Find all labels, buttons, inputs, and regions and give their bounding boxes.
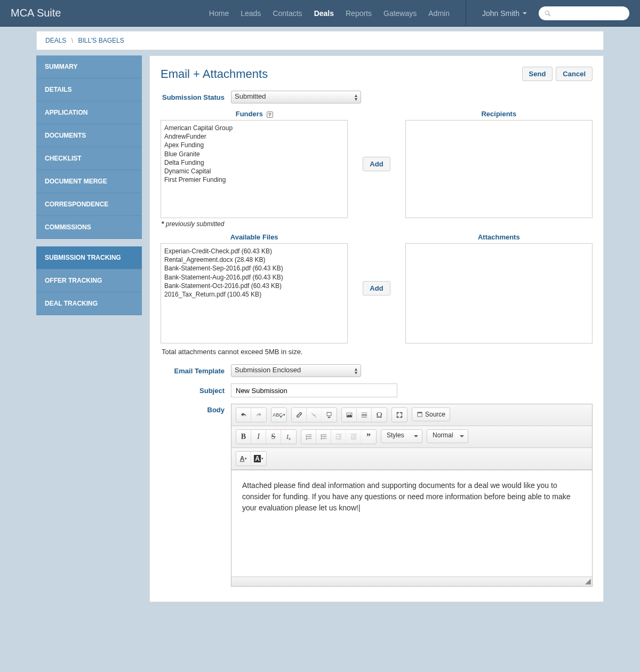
sidebar-item-correspondence[interactable]: CORRESPONDENCE bbox=[36, 193, 142, 216]
breadcrumb: DEALS \ BILL'S BAGELS bbox=[36, 31, 604, 50]
nav-contacts[interactable]: Contacts bbox=[273, 9, 302, 18]
special-char-icon[interactable]: Ω bbox=[372, 408, 387, 422]
list-item[interactable]: 2016_Tax_Return.pdf (100.45 KB) bbox=[164, 290, 344, 299]
list-item[interactable]: Bank-Statement-Sep-2016.pdf (60.43 KB) bbox=[164, 264, 344, 273]
format-select[interactable]: Normal bbox=[427, 429, 468, 443]
sidebar-item-deal-tracking[interactable]: DEAL TRACKING bbox=[36, 292, 142, 315]
main-panel: Email + Attachments Send Cancel Submissi… bbox=[149, 55, 604, 602]
funders-label: Funders ? bbox=[161, 110, 348, 118]
bold-icon[interactable]: B bbox=[236, 430, 251, 444]
help-icon[interactable]: ? bbox=[267, 111, 273, 118]
status-select[interactable]: Submitted ▴▾ bbox=[231, 91, 361, 103]
undo-icon[interactable] bbox=[236, 408, 251, 422]
image-icon[interactable] bbox=[342, 408, 357, 422]
list-item[interactable]: Bank-Statement-Oct-2016.pdf (60.43 KB) bbox=[164, 282, 344, 290]
search-input[interactable] bbox=[555, 10, 619, 17]
spellcheck-icon[interactable]: ABC✔▾ bbox=[271, 408, 286, 422]
add-funder-button[interactable]: Add bbox=[363, 157, 390, 171]
nav-admin[interactable]: Admin bbox=[428, 9, 450, 18]
subject-label: Subject bbox=[161, 387, 225, 395]
sidebar: SUMMARY DETAILS APPLICATION DOCUMENTS CH… bbox=[36, 55, 142, 602]
indent-icon[interactable] bbox=[346, 430, 361, 444]
redo-icon[interactable] bbox=[251, 408, 266, 422]
bullet-list-icon[interactable] bbox=[316, 430, 331, 444]
styles-select[interactable]: Styles bbox=[381, 429, 422, 443]
top-nav: Home Leads Contacts Deals Reports Gatewa… bbox=[209, 0, 629, 27]
hr-icon[interactable] bbox=[357, 408, 372, 422]
nav-home[interactable]: Home bbox=[209, 9, 229, 18]
sidebar-item-documents[interactable]: DOCUMENTS bbox=[36, 124, 142, 147]
top-bar: MCA Suite Home Leads Contacts Deals Repo… bbox=[0, 0, 640, 27]
sidebar-item-submission-tracking[interactable]: SUBMISSION TRACKING bbox=[36, 246, 142, 269]
template-value: Submission Enclosed bbox=[235, 366, 301, 374]
breadcrumb-deals[interactable]: DEALS bbox=[45, 37, 66, 44]
files-listbox[interactable]: Experian-Credit-Check.pdf (60.43 KB) Ren… bbox=[161, 243, 348, 343]
brand: MCA Suite bbox=[11, 7, 61, 19]
link-icon[interactable] bbox=[292, 408, 307, 422]
breadcrumb-current[interactable]: BILL'S BAGELS bbox=[78, 37, 124, 44]
list-item[interactable]: Experian-Credit-Check.pdf (60.43 KB) bbox=[164, 247, 344, 255]
breadcrumb-separator: \ bbox=[71, 37, 73, 44]
search-box[interactable] bbox=[539, 6, 629, 20]
nav-deals[interactable]: Deals bbox=[314, 9, 334, 18]
funders-listbox[interactable]: American Capital Group AndrewFunder Apex… bbox=[161, 120, 348, 218]
body-label: Body bbox=[161, 404, 225, 587]
nav-leads[interactable]: Leads bbox=[241, 9, 261, 18]
list-item[interactable]: American Capital Group bbox=[164, 124, 344, 132]
sidebar-item-document-merge[interactable]: DOCUMENT MERGE bbox=[36, 170, 142, 193]
sidebar-item-offer-tracking[interactable]: OFFER TRACKING bbox=[36, 269, 142, 292]
italic-icon[interactable]: I bbox=[251, 430, 266, 444]
sidebar-item-checklist[interactable]: CHECKLIST bbox=[36, 147, 142, 170]
list-item[interactable]: Dynamic Capital bbox=[164, 167, 344, 175]
list-item[interactable]: AndrewFunder bbox=[164, 132, 344, 141]
list-item[interactable]: Apex Funding bbox=[164, 141, 344, 149]
anchor-icon[interactable] bbox=[322, 408, 337, 422]
list-item[interactable]: Rental_Agreement.docx (28.48 KB) bbox=[164, 255, 344, 264]
bg-color-icon[interactable]: A▾ bbox=[251, 452, 266, 466]
attachments-listbox[interactable] bbox=[405, 243, 593, 343]
resize-handle-icon[interactable]: ◢ bbox=[585, 577, 591, 585]
user-name: John Smith bbox=[482, 9, 519, 18]
sidebar-item-details[interactable]: DETAILS bbox=[36, 78, 142, 101]
recipients-listbox[interactable] bbox=[405, 120, 593, 218]
status-value: Submitted bbox=[235, 92, 266, 100]
text-color-icon[interactable]: A▾ bbox=[236, 452, 251, 466]
list-item[interactable]: First Premier Funding bbox=[164, 175, 344, 184]
search-icon bbox=[544, 10, 551, 17]
remove-format-icon[interactable]: Ix bbox=[281, 430, 296, 444]
limit-note: Total attachments cannot exceed 5MB in s… bbox=[162, 348, 593, 356]
rich-text-editor: ABC✔▾ Ω bbox=[231, 404, 593, 587]
subject-input[interactable] bbox=[231, 383, 397, 397]
status-label: Submission Status bbox=[161, 93, 225, 101]
previously-submitted-note: * previously submitted bbox=[162, 220, 593, 228]
template-label: Email Template bbox=[161, 367, 225, 375]
nav-reports[interactable]: Reports bbox=[346, 9, 372, 18]
maximize-icon[interactable] bbox=[392, 408, 407, 422]
page-title: Email + Attachments bbox=[161, 67, 268, 81]
select-arrows-icon: ▴▾ bbox=[355, 93, 357, 101]
sidebar-item-summary[interactable]: SUMMARY bbox=[36, 55, 142, 78]
template-select[interactable]: Submission Enclosed ▴▾ bbox=[231, 364, 361, 377]
outdent-icon[interactable] bbox=[331, 430, 346, 444]
user-menu[interactable]: John Smith bbox=[482, 9, 527, 18]
blockquote-icon[interactable]: ” bbox=[361, 430, 376, 444]
list-item[interactable]: Bank-Statement-Aug-2016.pdf (60.43 KB) bbox=[164, 273, 344, 282]
sidebar-item-application[interactable]: APPLICATION bbox=[36, 101, 142, 124]
attachments-label: Attachments bbox=[405, 233, 593, 241]
editor-body[interactable]: Attached please find deal information an… bbox=[231, 470, 592, 577]
send-button[interactable]: Send bbox=[522, 67, 553, 81]
cancel-button[interactable]: Cancel bbox=[556, 67, 593, 81]
add-file-button[interactable]: Add bbox=[363, 281, 390, 295]
nav-gateways[interactable]: Gateways bbox=[383, 9, 417, 18]
strike-icon[interactable]: S bbox=[266, 430, 281, 444]
unlink-icon[interactable] bbox=[307, 408, 322, 422]
source-button[interactable]: Source bbox=[412, 407, 450, 421]
numbered-list-icon[interactable] bbox=[301, 430, 316, 444]
sidebar-item-commissions[interactable]: COMMISSIONS bbox=[36, 216, 142, 239]
list-item[interactable]: Blue Granite bbox=[164, 150, 344, 158]
editor-footer: ◢ bbox=[231, 577, 592, 586]
files-label: Available Files bbox=[161, 233, 348, 241]
list-item[interactable]: Delta Funding bbox=[164, 158, 344, 167]
nav-divider bbox=[466, 0, 466, 27]
recipients-label: Recipients bbox=[405, 110, 593, 118]
